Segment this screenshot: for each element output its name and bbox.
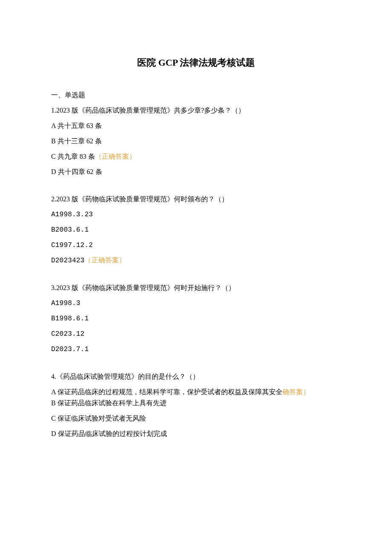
q1-option-b: B 共十三章 62 条 [51,136,341,146]
q3-text: 3.2023 版《药物临床试验质量管理规范》何时开始施行？（） [51,283,341,293]
q4-option-c: C 保证临床试验对受试者无风险 [51,413,341,424]
q4-option-b: B 保证药品临床试验在科学上具有先进 [51,398,341,408]
section-header: 一、单选题 [51,90,341,100]
q1-text: 1.2023 版《药品临床试验质量管理规范》共多少章?多少条？（） [51,105,341,116]
q1-option-c: C 共九章 83 条（正确答案） [51,151,341,162]
correct-answer-label: （正确答案） [84,257,126,264]
q4-text: 4.《药品临床试验管理规范》的目的是什么？（） [51,372,341,382]
q3-option-d: D2023.7.1 [51,344,341,355]
q1-option-c-text: C 共九章 83 条 [51,153,95,160]
title-suffix: 法律法规考核试题 [180,57,255,68]
q2-option-a: A1998.3.23 [51,209,341,220]
q2-option-d-text: D2023423 [51,257,84,264]
q4-option-a: A 保证药品临床的过程规范，结果科学可靠，保护受试者的权益及保障其安全确答案） [51,387,341,397]
correct-answer-label: 确答案） [282,388,310,395]
q3-option-a: A1998.3 [51,298,341,308]
q3-option-b: B1998.6.1 [51,314,341,324]
q3-option-c: C2023.12 [51,329,341,339]
q2-option-d: D2023423（正确答案） [51,256,341,266]
q2-option-c: C1997.12.2 [51,240,341,250]
q2-text: 2.2023 版《药物临床试验质量管理规范》何时颁布的？（） [51,194,341,204]
q4-option-a-text: A 保证药品临床的过程规范，结果科学可靠，保护受试者的权益及保障其安全 [51,388,282,395]
q1-option-a: A 共十五章 63 条 [51,121,341,131]
title-latin: GCP [158,57,180,68]
title-prefix: 医院 [137,57,159,68]
correct-answer-label: （正确答案） [95,153,136,160]
q4-option-d: D 保证药品临床试验的过程按计划完成 [51,429,341,439]
page-title: 医院 GCP 法律法规考核试题 [51,55,341,70]
q1-option-d: D 共十四章 62 条 [51,167,341,177]
q2-option-b: B2003.6.1 [51,225,341,235]
